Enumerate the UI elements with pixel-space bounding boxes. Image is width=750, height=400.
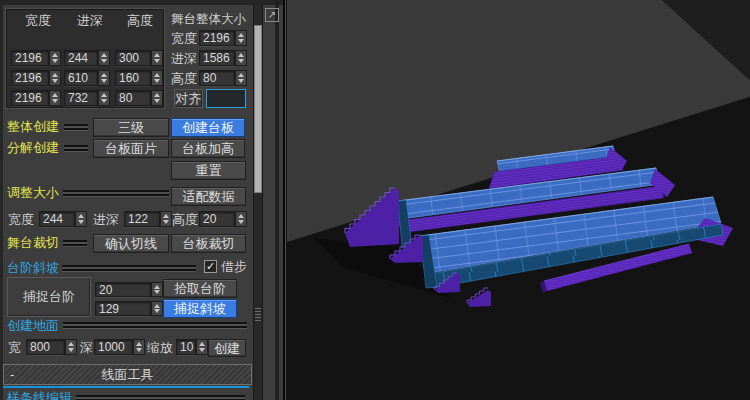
spinner-up-icon[interactable]	[52, 53, 58, 57]
level3-width-field[interactable]: 2196	[11, 90, 49, 106]
spinner-down-icon[interactable]	[154, 79, 160, 83]
level1-depth-field[interactable]: 244	[64, 50, 98, 66]
spinner-down-icon[interactable]	[52, 79, 58, 83]
level1-depth-spinner[interactable]	[98, 50, 110, 66]
spinner-down-icon[interactable]	[68, 348, 74, 352]
scrollbar-grip-icon[interactable]	[255, 307, 261, 321]
reset-button[interactable]: 重置	[171, 161, 246, 180]
stage-depth-field[interactable]: 1586	[199, 50, 235, 66]
spinner-down-icon[interactable]	[154, 290, 160, 294]
spinner-down-icon[interactable]	[154, 309, 160, 313]
level1-height-spinner[interactable]	[151, 50, 163, 66]
resize-width-field[interactable]: 244	[39, 211, 75, 227]
ground-create-button[interactable]: 创建	[208, 339, 246, 357]
spinner-down-icon[interactable]	[238, 39, 244, 43]
stage-height-spinner[interactable]	[235, 70, 247, 86]
level2-width-field[interactable]: 2196	[11, 70, 49, 86]
level2-height-field[interactable]: 160	[115, 70, 151, 86]
resize-height-field[interactable]: 20	[199, 211, 235, 227]
pick-step-button[interactable]: 拾取台阶	[163, 279, 237, 298]
spinner-up-icon[interactable]	[154, 285, 160, 289]
level2-height-spinner[interactable]	[151, 70, 163, 86]
level1-height-field[interactable]: 300	[115, 50, 151, 66]
level1-width-field[interactable]: 2196	[11, 50, 49, 66]
platform-patch-button[interactable]: 台板面片	[93, 139, 169, 158]
spinner-down-icon[interactable]	[154, 59, 160, 63]
stage-height-field[interactable]: 80	[199, 70, 235, 86]
align-button[interactable]: 对齐	[174, 89, 203, 108]
spinner-down-icon[interactable]	[52, 99, 58, 103]
spinner-down-icon[interactable]	[136, 348, 142, 352]
expand-arrow-button[interactable]: ↗	[265, 8, 279, 22]
fit-data-button[interactable]: 适配数据	[171, 187, 246, 206]
snap-slope-button[interactable]: 捕捉斜坡	[163, 299, 237, 318]
spinner-up-icon[interactable]	[154, 304, 160, 308]
ground-depth-field[interactable]: 1000	[94, 339, 133, 355]
step-height-spinner[interactable]	[151, 282, 163, 297]
spinner-down-icon[interactable]	[238, 220, 244, 224]
level2-depth-field[interactable]: 610	[64, 70, 98, 86]
three-level-button[interactable]: 三级	[93, 118, 169, 137]
level3-height-spinner[interactable]	[151, 90, 163, 106]
slope-value-spinner[interactable]	[151, 301, 163, 316]
spinner-up-icon[interactable]	[154, 93, 160, 97]
spinner-up-icon[interactable]	[52, 93, 58, 97]
spinner-down-icon[interactable]	[199, 348, 205, 352]
spinner-up-icon[interactable]	[238, 33, 244, 37]
level3-depth-field[interactable]: 732	[64, 90, 98, 106]
ground-depth-spinner[interactable]	[133, 339, 145, 355]
spinner-down-icon[interactable]	[163, 220, 169, 224]
spinner-up-icon[interactable]	[101, 53, 107, 57]
spinner-up-icon[interactable]	[154, 73, 160, 77]
spinner-up-icon[interactable]	[199, 342, 205, 346]
panel-scrollbar-thumb[interactable]	[254, 25, 262, 193]
spinner-up-icon[interactable]	[154, 53, 160, 57]
confirm-cutline-button[interactable]: 确认切线	[93, 234, 169, 253]
resize-depth-spinner[interactable]	[160, 211, 172, 227]
viewport-3d[interactable]	[283, 0, 750, 400]
stage-depth-spinner[interactable]	[235, 50, 247, 66]
stage-width-field[interactable]: 2196	[199, 30, 235, 46]
borrow-step-checkbox[interactable]: ✓	[204, 260, 217, 273]
ground-width-field[interactable]: 800	[26, 339, 65, 355]
level3-height-field[interactable]: 80	[115, 90, 151, 106]
rollup-collapse-icon[interactable]: -	[10, 365, 14, 384]
spinner-up-icon[interactable]	[101, 73, 107, 77]
rollup-line-face-tools[interactable]: - 线面工具	[3, 364, 252, 385]
create-platform-button[interactable]: 创建台板	[171, 118, 245, 137]
spinner-down-icon[interactable]	[52, 59, 58, 63]
step-height-field[interactable]: 20	[95, 282, 151, 297]
stage-width-spinner[interactable]	[235, 30, 247, 46]
spinner-up-icon[interactable]	[238, 214, 244, 218]
spinner-up-icon[interactable]	[101, 93, 107, 97]
spinner-up-icon[interactable]	[68, 342, 74, 346]
spinner-down-icon[interactable]	[78, 220, 84, 224]
level3-width-spinner[interactable]	[49, 90, 61, 106]
level3-depth-spinner[interactable]	[98, 90, 110, 106]
spinner-down-icon[interactable]	[154, 99, 160, 103]
spinner-down-icon[interactable]	[238, 79, 244, 83]
level2-width-spinner[interactable]	[49, 70, 61, 86]
spinner-down-icon[interactable]	[101, 59, 107, 63]
platform-raise-button[interactable]: 台板加高	[171, 139, 245, 158]
slope-value-field[interactable]: 129	[95, 301, 151, 316]
spinner-down-icon[interactable]	[238, 59, 244, 63]
resize-depth-field[interactable]: 122	[124, 211, 160, 227]
ground-scale-field[interactable]: 10	[176, 339, 196, 355]
ground-scale-spinner[interactable]	[196, 339, 208, 355]
level1-width-spinner[interactable]	[49, 50, 61, 66]
align-target-field[interactable]	[206, 89, 246, 108]
spinner-up-icon[interactable]	[238, 53, 244, 57]
spinner-up-icon[interactable]	[78, 214, 84, 218]
spinner-up-icon[interactable]	[52, 73, 58, 77]
spinner-up-icon[interactable]	[238, 73, 244, 77]
resize-height-spinner[interactable]	[235, 211, 247, 227]
resize-width-spinner[interactable]	[75, 211, 87, 227]
spinner-down-icon[interactable]	[101, 99, 107, 103]
level2-depth-spinner[interactable]	[98, 70, 110, 86]
spinner-up-icon[interactable]	[136, 342, 142, 346]
snap-step-box[interactable]: 捕捉台阶	[7, 277, 91, 317]
spinner-down-icon[interactable]	[101, 79, 107, 83]
platform-cut-button[interactable]: 台板裁切	[171, 234, 246, 253]
ground-width-spinner[interactable]	[65, 339, 77, 355]
